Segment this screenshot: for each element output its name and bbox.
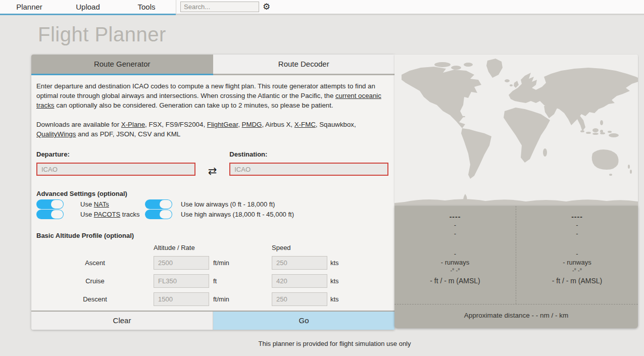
departure-airport-name: - [394,221,516,229]
pacots-label-text: tracks [120,211,139,218]
pacots-label: Use PACOTS tracks [80,211,140,218]
gear-icon[interactable]: ⚙ [263,3,270,11]
nats-toggle[interactable] [36,199,64,209]
card-actions: Clear Go [31,311,394,330]
nats-row: Use NATs [36,199,145,209]
ascent-row: Ascent ft/min kts [36,256,388,270]
high-airways-label: Use high airways (18,000 ft - 45,000 ft) [181,211,294,218]
destination-airport-name: - [516,221,638,229]
top-navbar: Planner Upload Tools ⚙ [0,0,644,15]
xfmc-link[interactable]: X-FMC [294,121,316,128]
destination-field: Destination: [229,150,388,177]
descent-speed-unit: kts [327,295,348,303]
downloads-text: and as PDF, JSON, CSV and KML [76,130,180,138]
departure-airport-runways: - runways [394,258,516,267]
ascent-label: Ascent [36,259,154,267]
pacots-toggle[interactable] [36,210,64,219]
planner-card: Route Generator Route Decoder Enter depa… [31,55,394,330]
nats-label-text: Use [80,200,94,208]
departure-airport-elevation: - ft / - m (AMSL) [394,277,516,285]
cruise-altitude-input[interactable] [154,274,209,288]
low-airways-row: Use low airways (0 ft - 18,000 ft) [145,199,388,209]
destination-input[interactable] [229,163,388,176]
departure-airport-city: - [394,229,516,238]
advanced-settings-rows: Use NATs Use low airways (0 ft - 18,000 … [36,199,388,219]
destination-airport-elevation: - ft / - m (AMSL) [516,277,638,285]
nats-link[interactable]: NATs [94,200,109,208]
nav-item-upload[interactable]: Upload [59,0,117,14]
departure-field: Departure: [36,150,195,177]
swap-airports-icon[interactable]: ⇄ [195,150,230,177]
downloads-text: Downloads are available for [36,121,121,128]
nats-label: Use NATs [80,200,109,208]
pacots-link[interactable]: PACOTS [94,211,121,218]
descent-label: Descent [36,295,154,303]
departure-input[interactable] [36,163,195,176]
downloads-text: , FSX, FS9/FS2004, [145,121,207,128]
airport-info-columns: ---- - - - - runways -° -° - ft / - m (A… [394,206,638,304]
departure-airport-coords: -° -° [394,267,516,274]
airport-info-panel: ---- - - - - runways -° -° - ft / - m (A… [394,206,638,328]
descent-rate-unit: ft/min [209,295,272,303]
profile-header-row: Altitude / Rate Speed [36,244,388,251]
nav-item-planner[interactable]: Planner [0,0,59,14]
search-input[interactable] [180,2,259,12]
flightgear-link[interactable]: FlightGear [207,121,238,128]
ascent-rate-unit: ft/min [209,259,272,267]
high-airways-toggle[interactable] [145,210,172,219]
cruise-altitude-unit: ft [209,277,272,285]
descent-speed-input[interactable] [272,292,327,306]
destination-airport-coords: -° -° [516,267,638,274]
clear-button[interactable]: Clear [31,312,213,330]
destination-airport-city: - [516,229,638,238]
tab-route-decoder[interactable]: Route Decoder [213,55,395,75]
destination-airport-info: ---- - - - - runways -° -° - ft / - m (A… [516,206,638,304]
nav-search-area: ⚙ [176,0,644,15]
destination-airport-runways: - runways [516,258,638,267]
downloads-text: , Airbus X, [262,121,294,128]
ascent-rate-input[interactable] [154,256,209,270]
go-button[interactable]: Go [213,312,394,330]
downloads-paragraph: Downloads are available for X-Plane, FSX… [36,120,386,139]
nav-item-tools[interactable]: Tools [117,0,176,14]
downloads-text: , [238,121,241,128]
departure-airport-info: ---- - - - - runways -° -° - ft / - m (A… [394,206,516,304]
tab-route-generator[interactable]: Route Generator [31,55,213,75]
page-title: Flight Planner [38,23,644,46]
departure-label: Departure: [36,150,195,158]
footer-note: This planner is provided for flight simu… [31,340,638,347]
destination-label: Destination: [229,150,388,158]
destination-airport-code: ---- [516,213,638,221]
approximate-distance: Approximate distance - - nm / - km [394,304,638,328]
world-map [394,55,638,206]
xplane-link[interactable]: X-Plane [121,121,145,128]
world-map-svg [394,55,638,206]
main-content: Route Generator Route Decoder Enter depa… [31,55,638,330]
pacots-label-text: Use [80,211,94,218]
departure-airport-code: ---- [394,213,516,221]
speed-column-header: Speed [272,244,327,251]
low-airways-label: Use low airways (0 ft - 18,000 ft) [181,200,275,208]
advanced-settings-heading: Advanced Settings (optional) [36,190,388,197]
altitude-rate-column-header: Altitude / Rate [154,244,272,251]
nav-menu: Planner Upload Tools [0,0,176,15]
pacots-row: Use PACOTS tracks [36,209,145,219]
intro-text-after: can optionally also be considered. Gener… [54,101,333,109]
ascent-speed-unit: kts [327,259,348,267]
destination-airport-country: - [516,249,638,258]
qualitywings-link[interactable]: QualityWings [36,130,76,138]
cruise-speed-input[interactable] [272,274,327,288]
card-tabs: Route Generator Route Decoder [31,55,394,75]
ascent-speed-input[interactable] [272,256,327,270]
intro-paragraph: Enter departure and destination ICAO cod… [36,81,386,110]
altitude-profile-heading: Basic Altitude Profile (optional) [36,232,388,239]
cruise-row: Cruise ft kts [36,274,388,288]
cruise-speed-unit: kts [327,277,348,285]
descent-row: Descent ft/min kts [36,292,388,306]
pmdg-link[interactable]: PMDG [242,121,262,128]
low-airways-toggle[interactable] [145,199,172,209]
cruise-label: Cruise [36,277,154,285]
route-fields-row: Departure: ⇄ Destination: [36,150,388,177]
descent-rate-input[interactable] [154,292,209,306]
intro-text-before: Enter departure and destination ICAO cod… [36,82,375,99]
